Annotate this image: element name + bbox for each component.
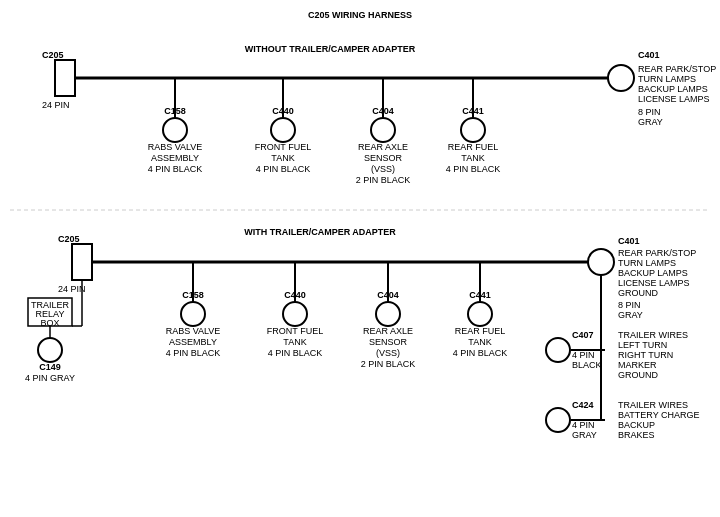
c441-desc-1c: 4 PIN BLACK [446,164,501,174]
c440-desc-1a: FRONT FUEL [255,142,311,152]
diagram-area: C205 WIRING HARNESS WITHOUT TRAILER/CAMP… [0,0,720,517]
c440-connector-1 [271,118,295,142]
c401-pin-2: 8 PIN [618,300,641,310]
c401-desc-2b: TURN LAMPS [618,258,676,268]
c440-label-2: C440 [284,290,306,300]
c158-connector-1 [163,118,187,142]
c158-label-2: C158 [182,290,204,300]
c440-desc-1c: 4 PIN BLACK [256,164,311,174]
c158-desc-2c: 4 PIN BLACK [166,348,221,358]
c401-gray-2: GRAY [618,310,643,320]
c441-desc-2b: TANK [468,337,491,347]
c424-pin: 4 PIN [572,420,595,430]
c401-desc-2e: GROUND [618,288,658,298]
c440-desc-2a: FRONT FUEL [267,326,323,336]
c407-label: C407 [572,330,594,340]
c158-label-1: C158 [164,106,186,116]
c441-desc-2c: 4 PIN BLACK [453,348,508,358]
c158-desc-1c: 4 PIN BLACK [148,164,203,174]
c404-connector-2 [376,302,400,326]
c441-desc-1b: TANK [461,153,484,163]
c149-connector [38,338,62,362]
c205-connector-2 [72,244,92,280]
c407-black: BLACK [572,360,602,370]
c205-label-2: C205 [58,234,80,244]
c158-connector-2 [181,302,205,326]
c401-connector-1 [608,65,634,91]
c149-label: C149 [39,362,61,372]
c158-desc-2b: ASSEMBLY [169,337,217,347]
c401-gray-1: GRAY [638,117,663,127]
c404-connector-1 [371,118,395,142]
page-title: C205 WIRING HARNESS [308,10,412,20]
c158-desc-2a: RABS VALVE [166,326,221,336]
c404-desc-2b: SENSOR [369,337,408,347]
c404-desc-1d: 2 PIN BLACK [356,175,411,185]
c424-desc-c: BACKUP [618,420,655,430]
c407-desc-a: TRAILER WIRES [618,330,688,340]
c407-connector [546,338,570,362]
c407-desc-e: GROUND [618,370,658,380]
c404-desc-2a: REAR AXLE [363,326,413,336]
c440-desc-1b: TANK [271,153,294,163]
section2-label: WITH TRAILER/CAMPER ADAPTER [244,227,396,237]
c407-desc-c: RIGHT TURN [618,350,673,360]
c401-desc-2c: BACKUP LAMPS [618,268,688,278]
c205-pin-1: 24 PIN [42,100,70,110]
c401-label-1: C401 [638,50,660,60]
c205-label-1: C205 [42,50,64,60]
c404-desc-1b: SENSOR [364,153,403,163]
c407-desc-b: LEFT TURN [618,340,667,350]
c424-gray: GRAY [572,430,597,440]
c158-desc-1a: RABS VALVE [148,142,203,152]
c441-desc-2a: REAR FUEL [455,326,506,336]
c441-connector-1 [461,118,485,142]
c441-label-2: C441 [469,290,491,300]
c404-desc-1c: (VSS) [371,164,395,174]
c441-label-1: C441 [462,106,484,116]
c404-desc-1a: REAR AXLE [358,142,408,152]
c441-connector-2 [468,302,492,326]
c401-desc-1b: TURN LAMPS [638,74,696,84]
c440-label-1: C440 [272,106,294,116]
c401-pin-1: 8 PIN [638,107,661,117]
section1-label: WITHOUT TRAILER/CAMPER ADAPTER [245,44,416,54]
c401-desc-1d: LICENSE LAMPS [638,94,710,104]
c404-desc-2c: (VSS) [376,348,400,358]
c158-desc-1b: ASSEMBLY [151,153,199,163]
c404-label-2: C404 [377,290,399,300]
c441-desc-1a: REAR FUEL [448,142,499,152]
c407-desc-d: MARKER [618,360,657,370]
c424-label: C424 [572,400,594,410]
c401-desc-2a: REAR PARK/STOP [618,248,696,258]
c440-connector-2 [283,302,307,326]
c424-desc-a: TRAILER WIRES [618,400,688,410]
c401-desc-2d: LICENSE LAMPS [618,278,690,288]
c424-desc-d: BRAKES [618,430,655,440]
c205-connector-1 [55,60,75,96]
c404-desc-2d: 2 PIN BLACK [361,359,416,369]
c424-desc-b: BATTERY CHARGE [618,410,700,420]
c401-connector-2 [588,249,614,275]
c440-desc-2b: TANK [283,337,306,347]
c401-desc-1a: REAR PARK/STOP [638,64,716,74]
c440-desc-2c: 4 PIN BLACK [268,348,323,358]
c401-label-2: C401 [618,236,640,246]
c149-pin: 4 PIN GRAY [25,373,75,383]
c424-connector [546,408,570,432]
c401-desc-1c: BACKUP LAMPS [638,84,708,94]
c404-label-1: C404 [372,106,394,116]
c407-pin: 4 PIN [572,350,595,360]
